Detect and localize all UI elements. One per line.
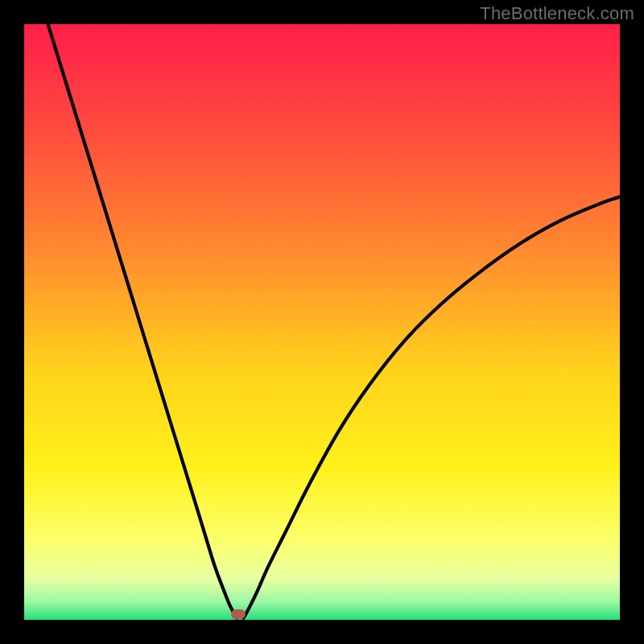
chart-frame: TheBottleneck.com: [0, 0, 644, 644]
bottleneck-curve: [24, 24, 620, 620]
optimal-point-marker: [231, 609, 246, 619]
plot-area: [24, 24, 620, 620]
watermark-text: TheBottleneck.com: [480, 3, 634, 24]
